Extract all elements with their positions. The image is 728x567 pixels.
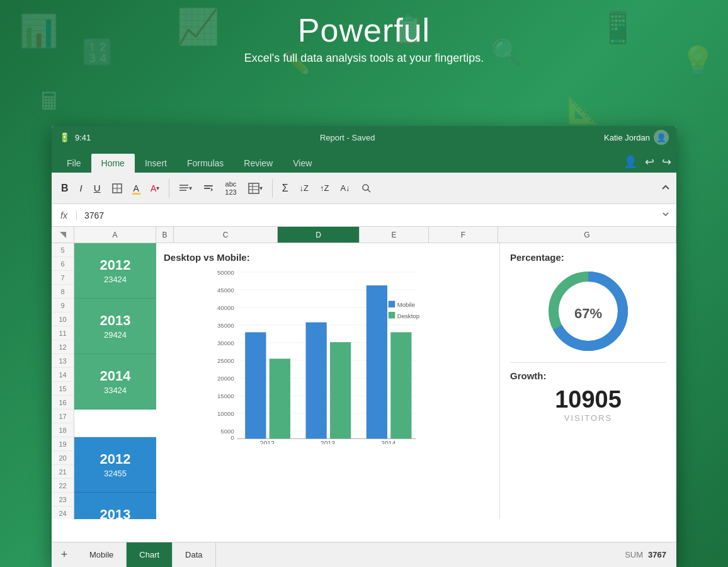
bar-2013-desktop [330,342,351,438]
row-21: 21 [52,465,74,479]
col-header-e[interactable]: E [360,227,429,243]
row-17: 17 [52,410,74,423]
year-2014-label: 2014 [100,368,131,384]
col-header-a[interactable]: A [74,227,156,243]
sum-value: 3767 [648,550,666,559]
hero-title: Powerful [0,11,728,49]
row-23: 23 [52,493,74,507]
growth-section: Growth: 10905 VISITORS [510,362,666,423]
row-8: 8 [52,285,74,299]
add-sheet-button[interactable]: + [52,542,77,568]
filter-button[interactable]: A↓ [336,180,354,196]
col-header-c[interactable]: C [174,227,278,243]
number-format-button[interactable]: abc123 [220,177,241,198]
bar-chart-title: Desktop vs Mobile: [164,252,492,263]
sheet-tab-data[interactable]: Data [173,542,215,568]
row-5: 5 [52,243,74,257]
tab-home[interactable]: Home [91,154,135,173]
ribbon-collapse-btn[interactable] [660,181,671,195]
formula-expand-btn[interactable] [655,210,676,221]
svg-rect-42 [389,312,395,319]
row-13: 13 [52,354,74,368]
year-2012-blue-label: 2012 [100,451,131,467]
fill-color-button[interactable]: A [129,180,144,197]
svg-rect-6 [204,185,213,186]
row-24: 24 [52,507,74,519]
underline-button[interactable]: U [89,180,105,197]
svg-text:15000: 15000 [217,392,234,399]
svg-text:35000: 35000 [217,322,234,329]
row-numbers: 5 6 7 8 9 10 11 12 13 14 15 16 17 18 19 … [52,227,74,519]
svg-text:Mobile: Mobile [397,301,415,308]
year-block-2012-blue[interactable]: 2012 32455 [74,437,156,493]
growth-unit: VISITORS [510,413,666,423]
font-color-button[interactable]: A ▾ [146,180,164,197]
italic-button[interactable]: I [76,180,87,197]
donut-chart-svg: 67% [547,270,629,352]
align-button[interactable]: ▾ [174,181,196,196]
hero-section: Powerful Excel's full data analysis tool… [0,11,728,65]
wrap-text-button[interactable] [199,180,218,197]
tab-insert[interactable]: Insert [135,154,177,173]
redo-button[interactable]: ↪ [662,155,671,169]
row-6: 6 [52,257,74,271]
user-icon[interactable]: 👤 [623,155,637,169]
svg-text:2013: 2013 [321,440,336,444]
donut-chart-container: 67% [510,270,666,352]
left-data-column: 2012 23424 2013 29424 2014 33424 [74,243,156,519]
row-22: 22 [52,479,74,493]
borders-button[interactable] [108,180,127,197]
year-block-2014-green[interactable]: 2014 33424 [74,354,156,410]
sheet-tab-chart[interactable]: Chart [127,542,173,568]
sum-display: SUM 3767 [615,550,676,559]
empty-cell-1 [74,410,156,437]
undo-button[interactable]: ↩ [645,155,654,169]
tab-file[interactable]: File [57,154,91,173]
user-name: Katie Jordan [604,133,650,142]
tab-review[interactable]: Review [234,154,283,173]
svg-text:30000: 30000 [217,340,234,346]
bar-2013-mobile [306,323,327,439]
sheet-tab-mobile[interactable]: Mobile [77,542,127,568]
year-block-2013-blue[interactable]: 2013 35455 [74,493,156,519]
tab-formulas[interactable]: Formulas [177,154,234,173]
corner-cell [52,227,74,243]
user-info: Katie Jordan 👤 [604,130,669,145]
charts-section: Desktop vs Mobile: 50000 45000 40000 350… [156,243,676,519]
ribbon: B I U A A ▾ ▾ abc123 [52,173,676,204]
svg-text:0: 0 [230,434,234,441]
year-2012-value: 23424 [104,275,127,284]
year-block-2013-green[interactable]: 2013 29424 [74,299,156,354]
search-button[interactable] [357,180,376,197]
svg-text:2014: 2014 [381,440,396,444]
bar-chart-svg: 50000 45000 40000 35000 30000 25000 2000… [164,268,492,444]
col-header-d[interactable]: D [278,227,360,243]
bar-chart-container: 50000 45000 40000 35000 30000 25000 2000… [164,268,492,444]
bold-button[interactable]: B [57,180,73,197]
col-header-b[interactable]: B [156,227,174,243]
ribbon-tab-bar: File Home Insert Formulas Review View 👤 … [52,149,676,173]
svg-rect-8 [249,183,259,193]
year-2014-value: 33424 [104,386,127,395]
svg-line-13 [368,190,370,192]
col-header-g[interactable]: G [498,227,676,243]
svg-point-12 [363,185,368,190]
svg-text:40000: 40000 [217,304,234,311]
sum-button[interactable]: Σ [278,180,293,197]
col-header-f[interactable]: F [429,227,498,243]
bottom-tab-bar: + Mobile Chart Data SUM 3767 [52,542,676,567]
sort-desc-button[interactable]: ↑Z [316,180,333,196]
bar-2014-mobile [367,285,387,438]
formula-value[interactable]: 3767 [77,210,655,220]
year-block-2012-green[interactable]: 2012 23424 [74,243,156,299]
grid-content: A B C D E F G 2012 23424 2013 [74,227,676,519]
sort-asc-button[interactable]: ↓Z [295,180,313,196]
svg-text:5000: 5000 [220,428,234,435]
row-15: 15 [52,382,74,396]
table-button[interactable]: ▾ [244,180,267,197]
row-7: 7 [52,271,74,285]
row-16: 16 [52,396,74,410]
tab-view[interactable]: View [283,154,322,173]
battery-icon: 🔋 [59,132,70,142]
svg-rect-40 [389,301,395,308]
